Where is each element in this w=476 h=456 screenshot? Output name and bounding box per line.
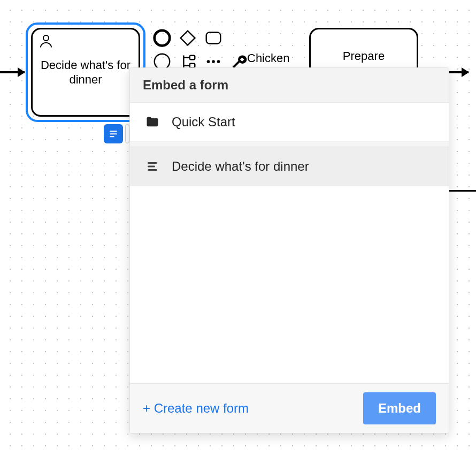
svg-point-7 [155,54,170,70]
task-bottom-actions [104,124,129,143]
task-node-decide-dinner[interactable]: Decide what's for dinner [31,28,140,117]
svg-rect-8 [190,56,195,60]
folder-icon [145,115,160,130]
panel-divider [130,142,449,147]
svg-point-11 [212,60,215,63]
svg-rect-15 [148,169,157,171]
task-label: Prepare [343,49,385,64]
svg-rect-14 [148,166,155,168]
svg-point-12 [217,60,220,63]
palette-rounded-rect-icon[interactable] [202,27,225,49]
svg-point-0 [43,35,49,41]
form-icon [145,160,160,173]
task-action-notes-icon[interactable] [104,124,123,143]
svg-rect-13 [148,162,157,164]
svg-point-4 [155,31,170,46]
edge-fragment [449,190,476,192]
task-label: Decide what's for dinner [40,58,131,87]
svg-rect-1 [110,131,117,132]
panel-item-quick-start[interactable]: Quick Start [130,103,449,142]
embed-button[interactable]: Embed [363,392,436,424]
panel-list: Quick Start Decide what's for dinner [130,103,449,186]
panel-footer: + Create new form Embed [130,383,449,433]
svg-rect-3 [110,136,114,137]
svg-rect-6 [206,33,221,44]
palette-circle-thick-icon[interactable] [151,27,173,49]
panel-item-label: Decide what's for dinner [172,159,309,174]
palette-diamond-icon[interactable] [176,27,199,49]
create-new-form-link[interactable]: + Create new form [143,401,249,416]
shape-palette [151,27,276,73]
task-action-secondary-icon[interactable] [125,124,129,143]
panel-title: Embed a form [130,68,449,103]
user-task-icon [38,33,54,52]
panel-body [130,186,449,383]
panel-item-label: Quick Start [172,115,235,130]
palette-spacer [228,27,250,49]
embed-form-panel: Embed a form Quick Start Decide what's f… [129,67,449,434]
svg-point-10 [207,60,210,63]
panel-item-decide-dinner[interactable]: Decide what's for dinner [130,147,449,186]
svg-rect-5 [181,31,195,45]
palette-spacer2 [254,27,276,49]
svg-rect-2 [110,133,117,134]
edge-label-chicken[interactable]: Chicken [247,51,289,65]
edge-incoming [0,71,25,73]
